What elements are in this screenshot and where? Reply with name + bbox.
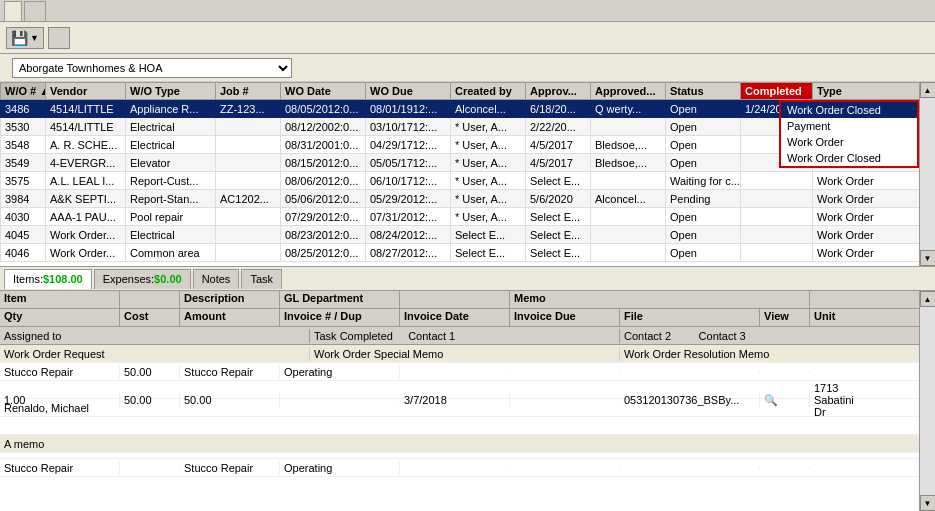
unit-1 bbox=[810, 371, 870, 373]
col-header-vendor[interactable]: Vendor bbox=[46, 83, 126, 100]
inv-due-val-1 bbox=[510, 399, 620, 401]
dropdown-item-closed[interactable]: Work Order Closed bbox=[781, 102, 917, 118]
property-select[interactable]: Aborgate Townhomes & HOA bbox=[12, 58, 292, 78]
table-row[interactable]: 4046Work Order...Common area08/25/2012:0… bbox=[1, 244, 920, 262]
col-desc-header: Description bbox=[180, 291, 280, 308]
bottom-content: Item Description GL Department Memo Qty … bbox=[0, 291, 935, 511]
tab-items-amount: $108.00 bbox=[43, 273, 83, 285]
col-header-date[interactable]: WO Date bbox=[281, 83, 366, 100]
dropdown-arrow-icon[interactable]: ▼ bbox=[30, 33, 39, 43]
tab-notes-label: Notes bbox=[202, 273, 231, 285]
col-memo-header: Memo bbox=[510, 291, 810, 308]
col-qty-header: Qty bbox=[0, 309, 120, 326]
tab-notes[interactable]: Notes bbox=[193, 269, 240, 289]
title-bar bbox=[0, 0, 935, 22]
save-button[interactable]: 💾 ▼ bbox=[6, 27, 44, 49]
col-header-due[interactable]: WO Due bbox=[366, 83, 451, 100]
cost-val-1: 50.00 bbox=[120, 393, 180, 407]
bottom-scroll-down[interactable]: ▼ bbox=[920, 495, 936, 511]
inv-due-1 bbox=[510, 371, 620, 373]
scroll-track[interactable] bbox=[920, 98, 936, 250]
col-amount-header: Amount bbox=[180, 309, 280, 326]
add-button[interactable] bbox=[48, 27, 70, 49]
col5-2 bbox=[400, 467, 510, 469]
inv-num-1 bbox=[280, 399, 400, 401]
col-header-created[interactable]: Created by bbox=[451, 83, 526, 100]
empty-row bbox=[0, 417, 919, 435]
data-row-2-item: Stucco Repair Stucco Repair Operating bbox=[0, 459, 919, 477]
main-content: W/O # ▲ Vendor W/O Type Job # WO Date WO… bbox=[0, 82, 935, 511]
view-icon-1[interactable]: 🔍 bbox=[760, 393, 810, 408]
property-row: Aborgate Townhomes & HOA bbox=[0, 54, 935, 82]
memo-text: A memo bbox=[4, 438, 44, 450]
col-view-header: View bbox=[760, 309, 810, 326]
table-row[interactable]: 4030AAA-1 PAU...Pool repair07/29/2012:0.… bbox=[1, 208, 920, 226]
tab-task-label: Task bbox=[250, 273, 273, 285]
tab-expenses[interactable]: Expenses: $0.00 bbox=[94, 269, 191, 289]
bottom-scroll-up[interactable]: ▲ bbox=[920, 291, 936, 307]
col-gl-header: GL Department bbox=[280, 291, 400, 308]
col-header-approv2[interactable]: Approved... bbox=[591, 83, 666, 100]
col-header-approv1[interactable]: Approv... bbox=[526, 83, 591, 100]
bottom-main: Item Description GL Department Memo Qty … bbox=[0, 291, 919, 511]
bottom-scrollbar[interactable]: ▲ ▼ bbox=[919, 291, 935, 511]
scroll-up-arrow[interactable]: ▲ bbox=[920, 82, 936, 98]
col6-2 bbox=[510, 467, 620, 469]
col-header-wotype[interactable]: Type bbox=[813, 83, 920, 100]
cost-2 bbox=[120, 467, 180, 469]
memo-row: A memo bbox=[0, 435, 919, 453]
wo-request-label: Work Order Request bbox=[0, 347, 310, 361]
col-header-status[interactable]: Status bbox=[666, 83, 741, 100]
unit-val-1: 1713 Sabatini Dr bbox=[810, 381, 870, 419]
col-empty1-header bbox=[120, 291, 180, 308]
wo-special-memo-label: Work Order Special Memo bbox=[310, 347, 620, 361]
dropdown-item-workorder[interactable]: Work Order bbox=[781, 134, 917, 150]
tab-items[interactable]: Items: $108.00 bbox=[4, 269, 92, 289]
col-cost-header: Cost bbox=[120, 309, 180, 326]
item-name-2: Stucco Repair bbox=[0, 461, 120, 475]
file-1 bbox=[620, 371, 760, 373]
item-name-1: Stucco Repair bbox=[0, 365, 120, 379]
view-1 bbox=[760, 371, 810, 373]
desc-1: Stucco Repair bbox=[180, 365, 280, 379]
col-item-header: Item bbox=[0, 291, 120, 308]
col-empty2-header bbox=[400, 291, 510, 308]
save-icon: 💾 bbox=[11, 30, 28, 46]
col-invoice-due-header: Invoice Due bbox=[510, 309, 620, 326]
detail-header-row1: Item Description GL Department Memo bbox=[0, 291, 919, 309]
col7-2 bbox=[620, 467, 760, 469]
table-row[interactable]: 4045Work Order...Electrical08/23/2012:0.… bbox=[1, 226, 920, 244]
col8-2 bbox=[760, 467, 810, 469]
col-invoice-num-header: Invoice # / Dup bbox=[280, 309, 400, 326]
inv-date-1 bbox=[400, 371, 510, 373]
scroll-down-arrow[interactable]: ▼ bbox=[920, 250, 936, 266]
detail-header-row2: Qty Cost Amount Invoice # / Dup Invoice … bbox=[0, 309, 919, 327]
type-dropdown[interactable]: Work Order Closed Payment Work Order Wor… bbox=[779, 100, 919, 168]
tab-property-setup[interactable] bbox=[4, 1, 22, 21]
wo-resolution-memo-label: Work Order Resolution Memo bbox=[620, 347, 919, 361]
dropdown-item-payment[interactable]: Payment bbox=[781, 118, 917, 134]
bottom-scroll-track[interactable] bbox=[920, 307, 936, 495]
col-header-job[interactable]: Job # bbox=[216, 83, 281, 100]
wo-labels-row: Work Order Request Work Order Special Me… bbox=[0, 345, 919, 363]
col-header-completed[interactable]: Completed bbox=[741, 83, 813, 100]
inv-date-val-1: 3/7/2018 bbox=[400, 393, 510, 407]
col-header-type[interactable]: W/O Type bbox=[126, 83, 216, 100]
gl-1: Operating bbox=[280, 365, 400, 379]
tab-work-order[interactable] bbox=[24, 1, 46, 21]
col9-2 bbox=[810, 467, 870, 469]
toolbar: 💾 ▼ bbox=[0, 22, 935, 54]
col-file-header: File bbox=[620, 309, 760, 326]
dropdown-item-woclosed2[interactable]: Work Order Closed bbox=[781, 150, 917, 166]
data-row-1-item: Stucco Repair 50.00 Stucco Repair Operat… bbox=[0, 363, 919, 381]
assigned-to-row: Assigned to Task Completed Contact 1 Con… bbox=[0, 327, 919, 345]
task-completed-label: Task Completed Contact 1 bbox=[310, 329, 620, 343]
table-row[interactable]: 3984A&K SEPTI...Report-Stan...AC1202...0… bbox=[1, 190, 920, 208]
tab-items-label: Items: bbox=[13, 273, 43, 285]
table-scrollbar[interactable]: ▲ ▼ bbox=[919, 82, 935, 266]
tab-task[interactable]: Task bbox=[241, 269, 282, 289]
table-row[interactable]: 3575A.L. LEAL I...Report-Cust...08/06/20… bbox=[1, 172, 920, 190]
tab-expenses-amount: $0.00 bbox=[154, 273, 182, 285]
col-header-wo[interactable]: W/O # ▲ bbox=[1, 83, 46, 100]
contacts-label: Contact 2 Contact 3 bbox=[620, 329, 919, 343]
